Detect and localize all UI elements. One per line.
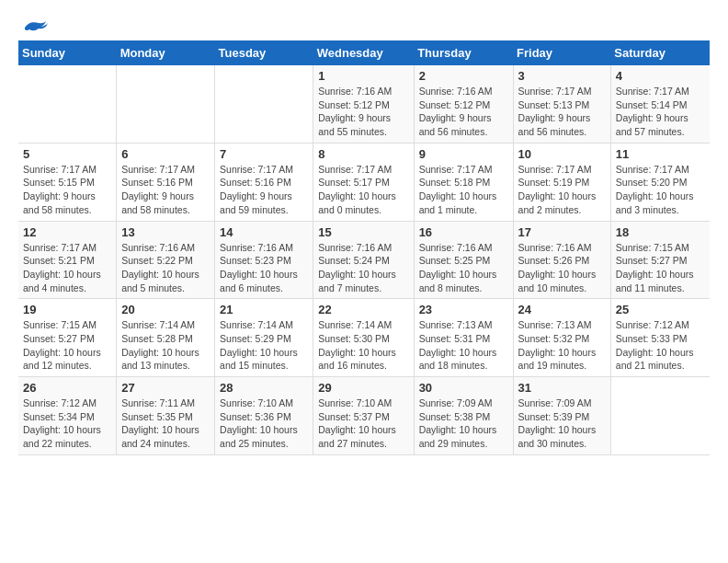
- column-header-monday: Monday: [117, 40, 215, 65]
- day-info: Sunrise: 7:16 AM Sunset: 5:12 PM Dayligh…: [318, 85, 408, 139]
- day-number: 4: [616, 69, 705, 83]
- day-number: 23: [419, 303, 508, 316]
- day-info: Sunrise: 7:17 AM Sunset: 5:17 PM Dayligh…: [318, 163, 408, 217]
- day-info: Sunrise: 7:17 AM Sunset: 5:14 PM Dayligh…: [616, 85, 705, 139]
- calendar-week-row: 19Sunrise: 7:15 AM Sunset: 5:27 PM Dayli…: [18, 299, 710, 377]
- calendar-week-row: 5Sunrise: 7:17 AM Sunset: 5:15 PM Daylig…: [18, 143, 710, 221]
- calendar-cell: 9Sunrise: 7:17 AM Sunset: 5:18 PM Daylig…: [414, 143, 513, 221]
- day-number: 29: [318, 381, 408, 395]
- calendar-cell: [610, 377, 710, 455]
- day-info: Sunrise: 7:17 AM Sunset: 5:21 PM Dayligh…: [23, 241, 111, 295]
- day-info: Sunrise: 7:16 AM Sunset: 5:12 PM Dayligh…: [419, 85, 508, 139]
- calendar-cell: 1Sunrise: 7:16 AM Sunset: 5:12 PM Daylig…: [313, 65, 414, 143]
- column-header-thursday: Thursday: [414, 40, 513, 65]
- day-info: Sunrise: 7:12 AM Sunset: 5:34 PM Dayligh…: [23, 396, 111, 451]
- calendar-table: SundayMondayTuesdayWednesdayThursdayFrid…: [18, 40, 710, 455]
- calendar-cell: 11Sunrise: 7:17 AM Sunset: 5:20 PM Dayli…: [610, 143, 710, 221]
- day-number: 2: [419, 69, 508, 83]
- calendar-cell: 15Sunrise: 7:16 AM Sunset: 5:24 PM Dayli…: [313, 221, 414, 299]
- calendar-cell: 29Sunrise: 7:10 AM Sunset: 5:37 PM Dayli…: [313, 377, 414, 455]
- calendar-cell: 16Sunrise: 7:16 AM Sunset: 5:25 PM Dayli…: [414, 221, 513, 299]
- day-number: 19: [23, 303, 111, 316]
- day-number: 13: [121, 225, 210, 239]
- page-header: [18, 18, 710, 33]
- calendar-cell: 23Sunrise: 7:13 AM Sunset: 5:31 PM Dayli…: [414, 299, 513, 377]
- day-info: Sunrise: 7:13 AM Sunset: 5:32 PM Dayligh…: [518, 318, 606, 373]
- day-number: 15: [318, 225, 408, 239]
- day-number: 6: [121, 147, 210, 161]
- day-info: Sunrise: 7:14 AM Sunset: 5:28 PM Dayligh…: [121, 318, 210, 373]
- day-number: 9: [419, 147, 508, 161]
- day-number: 25: [616, 303, 705, 316]
- calendar-cell: 19Sunrise: 7:15 AM Sunset: 5:27 PM Dayli…: [18, 299, 117, 377]
- day-number: 17: [518, 225, 606, 239]
- day-info: Sunrise: 7:09 AM Sunset: 5:38 PM Dayligh…: [419, 396, 508, 451]
- column-header-friday: Friday: [513, 40, 610, 65]
- column-header-wednesday: Wednesday: [313, 40, 414, 65]
- day-number: 3: [518, 69, 606, 83]
- calendar-cell: 20Sunrise: 7:14 AM Sunset: 5:28 PM Dayli…: [117, 299, 215, 377]
- day-info: Sunrise: 7:14 AM Sunset: 5:29 PM Dayligh…: [220, 318, 308, 373]
- day-number: 11: [616, 147, 705, 161]
- day-info: Sunrise: 7:16 AM Sunset: 5:24 PM Dayligh…: [318, 241, 408, 295]
- day-info: Sunrise: 7:12 AM Sunset: 5:33 PM Dayligh…: [616, 318, 705, 373]
- day-info: Sunrise: 7:11 AM Sunset: 5:35 PM Dayligh…: [121, 396, 210, 451]
- day-number: 31: [518, 381, 606, 395]
- calendar-cell: 4Sunrise: 7:17 AM Sunset: 5:14 PM Daylig…: [610, 65, 710, 143]
- calendar-cell: 8Sunrise: 7:17 AM Sunset: 5:17 PM Daylig…: [313, 143, 414, 221]
- calendar-cell: 5Sunrise: 7:17 AM Sunset: 5:15 PM Daylig…: [18, 143, 117, 221]
- column-header-tuesday: Tuesday: [215, 40, 313, 65]
- day-info: Sunrise: 7:10 AM Sunset: 5:36 PM Dayligh…: [220, 396, 308, 451]
- day-number: 16: [419, 225, 508, 239]
- day-info: Sunrise: 7:17 AM Sunset: 5:20 PM Dayligh…: [616, 163, 705, 217]
- calendar-cell: 10Sunrise: 7:17 AM Sunset: 5:19 PM Dayli…: [513, 143, 610, 221]
- calendar-week-row: 26Sunrise: 7:12 AM Sunset: 5:34 PM Dayli…: [18, 377, 710, 455]
- day-number: 18: [616, 225, 705, 239]
- calendar-cell: [117, 65, 215, 143]
- day-info: Sunrise: 7:15 AM Sunset: 5:27 PM Dayligh…: [616, 241, 705, 295]
- day-number: 24: [518, 303, 606, 316]
- day-info: Sunrise: 7:10 AM Sunset: 5:37 PM Dayligh…: [318, 396, 408, 451]
- calendar-cell: 28Sunrise: 7:10 AM Sunset: 5:36 PM Dayli…: [215, 377, 313, 455]
- day-info: Sunrise: 7:16 AM Sunset: 5:26 PM Dayligh…: [518, 241, 606, 295]
- calendar-cell: 31Sunrise: 7:09 AM Sunset: 5:39 PM Dayli…: [513, 377, 610, 455]
- calendar-cell: 30Sunrise: 7:09 AM Sunset: 5:38 PM Dayli…: [414, 377, 513, 455]
- column-header-saturday: Saturday: [610, 40, 710, 65]
- calendar-week-row: 1Sunrise: 7:16 AM Sunset: 5:12 PM Daylig…: [18, 65, 710, 143]
- day-number: 20: [121, 303, 210, 316]
- day-number: 30: [419, 381, 508, 395]
- day-info: Sunrise: 7:14 AM Sunset: 5:30 PM Dayligh…: [318, 318, 408, 373]
- calendar-cell: 7Sunrise: 7:17 AM Sunset: 5:16 PM Daylig…: [215, 143, 313, 221]
- day-info: Sunrise: 7:17 AM Sunset: 5:16 PM Dayligh…: [121, 163, 210, 217]
- day-info: Sunrise: 7:15 AM Sunset: 5:27 PM Dayligh…: [23, 318, 111, 373]
- calendar-cell: 14Sunrise: 7:16 AM Sunset: 5:23 PM Dayli…: [215, 221, 313, 299]
- day-number: 22: [318, 303, 408, 316]
- day-number: 28: [220, 381, 308, 395]
- calendar-cell: 27Sunrise: 7:11 AM Sunset: 5:35 PM Dayli…: [117, 377, 215, 455]
- calendar-cell: 26Sunrise: 7:12 AM Sunset: 5:34 PM Dayli…: [18, 377, 117, 455]
- calendar-cell: 25Sunrise: 7:12 AM Sunset: 5:33 PM Dayli…: [610, 299, 710, 377]
- calendar-cell: 12Sunrise: 7:17 AM Sunset: 5:21 PM Dayli…: [18, 221, 117, 299]
- calendar-cell: [215, 65, 313, 143]
- calendar-header-row: SundayMondayTuesdayWednesdayThursdayFrid…: [18, 40, 710, 65]
- day-number: 1: [318, 69, 408, 83]
- column-header-sunday: Sunday: [18, 40, 117, 65]
- calendar-cell: 2Sunrise: 7:16 AM Sunset: 5:12 PM Daylig…: [414, 65, 513, 143]
- calendar-cell: 6Sunrise: 7:17 AM Sunset: 5:16 PM Daylig…: [117, 143, 215, 221]
- calendar-cell: 22Sunrise: 7:14 AM Sunset: 5:30 PM Dayli…: [313, 299, 414, 377]
- day-info: Sunrise: 7:17 AM Sunset: 5:16 PM Dayligh…: [220, 163, 308, 217]
- calendar-cell: [18, 65, 117, 143]
- logo-bird-icon: [20, 18, 48, 37]
- calendar-week-row: 12Sunrise: 7:17 AM Sunset: 5:21 PM Dayli…: [18, 221, 710, 299]
- day-info: Sunrise: 7:17 AM Sunset: 5:19 PM Dayligh…: [518, 163, 606, 217]
- calendar-cell: 21Sunrise: 7:14 AM Sunset: 5:29 PM Dayli…: [215, 299, 313, 377]
- day-info: Sunrise: 7:16 AM Sunset: 5:23 PM Dayligh…: [220, 241, 308, 295]
- day-number: 10: [518, 147, 606, 161]
- day-number: 26: [23, 381, 111, 395]
- day-info: Sunrise: 7:09 AM Sunset: 5:39 PM Dayligh…: [518, 396, 606, 451]
- calendar-cell: 3Sunrise: 7:17 AM Sunset: 5:13 PM Daylig…: [513, 65, 610, 143]
- day-number: 12: [23, 225, 111, 239]
- day-info: Sunrise: 7:17 AM Sunset: 5:15 PM Dayligh…: [23, 163, 111, 217]
- day-info: Sunrise: 7:16 AM Sunset: 5:25 PM Dayligh…: [419, 241, 508, 295]
- day-info: Sunrise: 7:13 AM Sunset: 5:31 PM Dayligh…: [419, 318, 508, 373]
